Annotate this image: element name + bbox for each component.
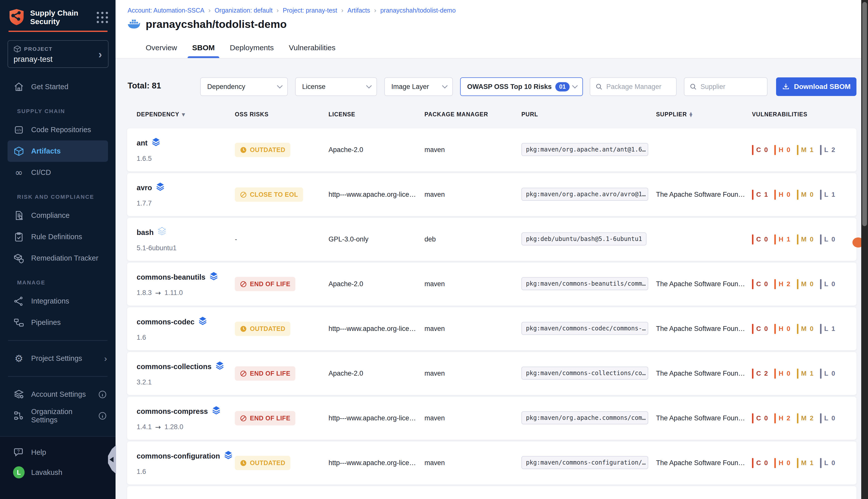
chevron-down-icon bbox=[277, 83, 283, 89]
supplier-value: The Apache Software Foun… bbox=[656, 280, 752, 288]
breadcrumb-link[interactable]: Project: pranay-test bbox=[283, 7, 337, 14]
table-row-ant[interactable]: ant1.6.5OUTDATEDApache-2.0mavenpkg:maven… bbox=[127, 129, 856, 171]
tab-sbom[interactable]: SBOM bbox=[191, 39, 215, 58]
app-switcher-grid-icon[interactable] bbox=[97, 12, 108, 23]
sidebar-item-code-repositories[interactable]: </>Code Repositories bbox=[0, 119, 115, 141]
purl-value[interactable]: pkg:maven/org.apache.ant/ant@1.6… bbox=[521, 143, 648, 156]
sidebar-item-label: Project Settings bbox=[31, 354, 82, 363]
scrollbar[interactable] bbox=[861, 0, 868, 499]
severity-bar-icon bbox=[797, 324, 798, 334]
sidebar-item-compliance[interactable]: Compliance bbox=[0, 205, 115, 226]
gear-icon: ⚙ bbox=[13, 353, 25, 364]
purl-value[interactable]: pkg:maven/org.apache.commons/com… bbox=[521, 411, 648, 424]
clock-icon bbox=[240, 460, 247, 466]
license-value: http---www.apache.org-lice… bbox=[328, 414, 424, 422]
column-header-dependency[interactable]: DEPENDENCY▼ bbox=[137, 111, 235, 118]
purl-value[interactable]: pkg:maven/commons-configuration/… bbox=[521, 456, 648, 469]
breadcrumb-link[interactable]: Organization: default bbox=[214, 7, 273, 14]
severity-bar-icon bbox=[752, 145, 754, 155]
sidebar-item-remediation-tracker[interactable]: Remediation Tracker bbox=[0, 247, 115, 269]
doc-search-icon bbox=[13, 210, 25, 221]
sidebar-item-get-started[interactable]: Get Started bbox=[0, 76, 115, 97]
package-manager-value: maven bbox=[424, 459, 521, 467]
severity-bar-icon bbox=[797, 369, 798, 379]
vuln-low: L0 bbox=[820, 413, 835, 423]
sidebar-item-account-settings[interactable]: Account Settings bbox=[0, 384, 115, 405]
sidebar-item-label: Integrations bbox=[31, 297, 69, 305]
upgrade-arrow-icon: → bbox=[155, 289, 161, 297]
sort-icon: ▲▼ bbox=[690, 112, 693, 117]
sidebar-user[interactable]: L Lavakush bbox=[0, 462, 115, 483]
sidebar-item-organization-settings[interactable]: Organization Settings bbox=[0, 405, 115, 426]
docker-icon bbox=[127, 19, 141, 30]
table-row-commons-fileupload[interactable]: commons-fileuploadEND OF LIFEApache-2.0m… bbox=[127, 486, 856, 499]
tab-deployments[interactable]: Deployments bbox=[229, 39, 274, 58]
vuln-medium: M1 bbox=[797, 369, 814, 379]
package-manager-search-input[interactable] bbox=[606, 83, 671, 91]
supplier-search-input[interactable] bbox=[700, 83, 762, 91]
sidebar: Supply Chain Security PROJECT pranay-tes… bbox=[0, 0, 115, 499]
download-sbom-button[interactable]: Download SBOM bbox=[776, 77, 856, 96]
dependency-name: commons-codec bbox=[137, 318, 195, 326]
nav-divider bbox=[8, 340, 108, 341]
vuln-critical: C0 bbox=[752, 279, 768, 289]
table-row-commons-codec[interactable]: commons-codec1.6OUTDATEDhttp---www.apach… bbox=[127, 307, 856, 350]
sidebar-item-artifacts[interactable]: Artifacts bbox=[8, 141, 108, 162]
info-icon[interactable] bbox=[98, 411, 107, 421]
chevron-down-icon bbox=[442, 83, 448, 89]
severity-bar-icon bbox=[752, 234, 754, 244]
purl-value[interactable]: pkg:deb/ubuntu/bash@5.1-6ubuntu1 bbox=[521, 232, 646, 245]
table-row-commons-compress[interactable]: commons-compress1.4.1→1.28.0END OF LIFEh… bbox=[127, 397, 856, 440]
clock-icon bbox=[240, 146, 247, 154]
dependency-version: 1.6.5 bbox=[137, 155, 235, 162]
severity-bar-icon bbox=[752, 413, 754, 423]
supplier-value: The Apache Software Foun… bbox=[656, 325, 752, 333]
severity-bar-icon bbox=[752, 324, 754, 334]
severity-bar-icon bbox=[774, 145, 776, 155]
column-header-supplier[interactable]: SUPPLIER▲▼ bbox=[656, 111, 752, 118]
purl-value[interactable]: pkg:maven/commons-collections/co… bbox=[521, 367, 648, 380]
sidebar-item-help[interactable]: ? Help bbox=[0, 442, 115, 462]
layers-icon bbox=[152, 137, 160, 149]
sidebar-item-rule-definitions[interactable]: Rule Definitions bbox=[0, 226, 115, 247]
chevron-right-icon: › bbox=[104, 354, 107, 363]
sidebar-item-label: Get Started bbox=[31, 83, 68, 91]
breadcrumb-link[interactable]: Artifacts bbox=[347, 7, 370, 14]
table-row-commons-configuration[interactable]: commons-configuration1.6OUTDATEDhttp---w… bbox=[127, 441, 856, 484]
purl-value[interactable]: pkg:maven/commons-beanutils/comm… bbox=[521, 277, 648, 290]
table-row-bash[interactable]: bash5.1-6ubuntu1-GPL-3.0-onlydebpkg:deb/… bbox=[127, 218, 856, 261]
info-icon[interactable] bbox=[98, 390, 107, 399]
sidebar-item-ci-cd[interactable]: ∞CI/CD bbox=[0, 162, 115, 183]
owasp-risks-filter-dropdown[interactable]: OWASP OSS Top 10 Risks 01 bbox=[460, 77, 583, 96]
license-filter-dropdown[interactable]: License bbox=[295, 77, 377, 96]
breadcrumb-link[interactable]: Account: Automation-SSCA bbox=[127, 7, 204, 14]
total-count: Total: 81 bbox=[127, 81, 161, 90]
sidebar-item-project-settings[interactable]: ⚙Project Settings› bbox=[0, 348, 115, 369]
image-layer-filter-dropdown[interactable]: Image Layer bbox=[384, 77, 453, 96]
table-header: DEPENDENCY▼ OSS RISKS LICENSE PACKAGE MA… bbox=[127, 111, 856, 118]
project-selector[interactable]: PROJECT pranay-test › bbox=[8, 40, 109, 68]
severity-bar-icon bbox=[774, 234, 776, 244]
column-header-purl: PURL bbox=[521, 111, 656, 118]
table-row-commons-collections[interactable]: commons-collections3.2.1END OF LIFEApach… bbox=[127, 352, 856, 395]
tab-overview[interactable]: Overview bbox=[145, 39, 177, 58]
sidebar-item-pipelines[interactable]: Pipelines bbox=[0, 312, 115, 333]
scrollbar-thumb[interactable] bbox=[862, 2, 867, 226]
vuln-critical: C2 bbox=[752, 369, 768, 379]
table-row-commons-beanutils[interactable]: commons-beanutils1.8.3→1.11.0END OF LIFE… bbox=[127, 263, 856, 305]
breadcrumb-link[interactable]: pranaycshah/todolist-demo bbox=[380, 7, 456, 14]
tab-vulnerabilities[interactable]: Vulnerabilities bbox=[288, 39, 336, 58]
severity-bar-icon bbox=[774, 369, 776, 379]
sidebar-item-label: Rule Definitions bbox=[31, 233, 82, 241]
dependency-name: commons-configuration bbox=[137, 452, 220, 460]
sidebar-item-integrations[interactable]: Integrations bbox=[0, 291, 115, 312]
slash-circle-icon bbox=[240, 415, 247, 422]
infinity-icon: ∞ bbox=[13, 167, 25, 179]
table-row-avro[interactable]: avro1.7.7CLOSE TO EOLhttp---www.apache.o… bbox=[127, 173, 856, 216]
dependency-filter-dropdown[interactable]: Dependency bbox=[200, 77, 288, 96]
purl-value[interactable]: pkg:maven/commons-codec/commons-… bbox=[521, 322, 648, 335]
severity-bar-icon bbox=[820, 413, 821, 423]
severity-bar-icon bbox=[797, 190, 798, 200]
purl-value[interactable]: pkg:maven/org.apache.avro/avro@1… bbox=[521, 188, 648, 201]
package-manager-value: maven bbox=[424, 280, 521, 288]
